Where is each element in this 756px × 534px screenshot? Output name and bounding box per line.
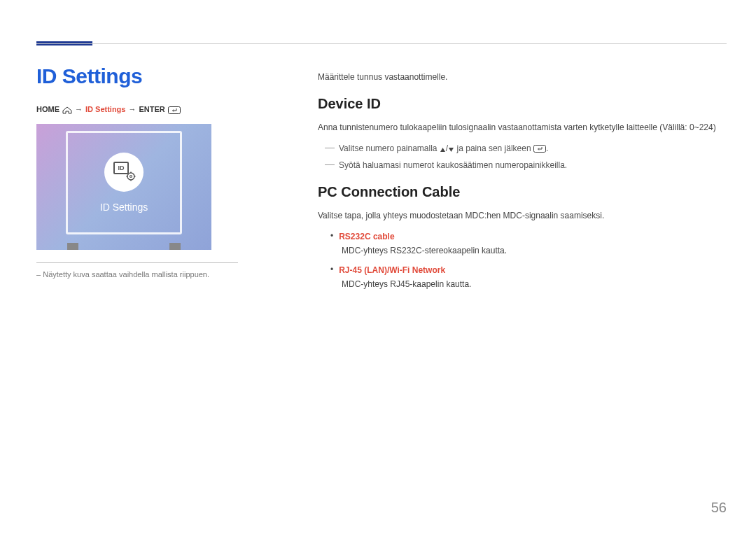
enter-icon [168, 105, 181, 114]
device-preview-frame: ID ID Settings [66, 131, 182, 234]
image-disclaimer-note: – Näytetty kuva saattaa vaihdella mallis… [36, 270, 267, 279]
device-preview-image: ID ID Settings [36, 124, 211, 250]
gear-icon [126, 171, 136, 184]
breadcrumb-home: HOME [36, 105, 59, 113]
device-id-note-1: ― Valitse numero painamalla / ja paina s… [325, 142, 727, 156]
bullet-rj45-desc: MDC-yhteys RJ45-kaapelin kautta. [342, 278, 727, 290]
device-id-note-2: ― Syötä haluamasi numerot kaukosäätimen … [325, 159, 727, 171]
left-divider [36, 262, 238, 263]
bullet-rs232c: • RS232C cable [330, 230, 727, 243]
bullet-rj45: • RJ-45 (LAN)/Wi-Fi Network [330, 264, 727, 276]
enter-icon [533, 143, 546, 156]
bullet-rj45-title: RJ-45 (LAN)/Wi-Fi Network [339, 264, 445, 276]
svg-point-1 [127, 173, 134, 180]
svg-point-2 [130, 175, 132, 177]
top-divider [36, 43, 727, 44]
pc-cable-description: Valitse tapa, jolla yhteys muodostetaan … [318, 209, 727, 222]
breadcrumb-enter: ENTER [139, 105, 164, 113]
pc-cable-heading: PC Connection Cable [318, 181, 727, 202]
home-icon [62, 105, 72, 114]
bullet-dot-icon: • [330, 230, 333, 242]
up-triangle-icon [440, 143, 446, 156]
bullet-rs232c-desc: MDC-yhteys RS232C-stereokaapelin kautta. [342, 244, 727, 257]
bullet-dot-icon: • [330, 264, 333, 276]
intro-text: Määrittele tunnus vastaanottimelle. [318, 71, 727, 83]
bullet-rs232c-title: RS232C cable [339, 230, 394, 243]
page-number: 56 [711, 500, 727, 516]
left-column: ID Settings HOME → ID Settings → ENTER I… [36, 64, 267, 279]
down-triangle-icon [448, 143, 454, 156]
breadcrumb-arrow-icon: → [128, 105, 136, 113]
dash-icon: ― [325, 142, 335, 152]
id-settings-app-icon: ID [104, 153, 144, 192]
breadcrumb-current: ID Settings [85, 105, 125, 113]
breadcrumb-arrow-icon: → [75, 105, 83, 113]
device-id-description: Anna tunnistenumero tulokaapeliin tulosi… [318, 121, 727, 134]
page-title: ID Settings [36, 64, 267, 88]
device-preview-label: ID Settings [100, 202, 148, 213]
dash-icon: ― [325, 159, 335, 169]
right-column: Määrittele tunnus vastaanottimelle. Devi… [318, 71, 727, 297]
device-id-heading: Device ID [318, 93, 727, 114]
breadcrumb: HOME → ID Settings → ENTER [36, 105, 267, 114]
